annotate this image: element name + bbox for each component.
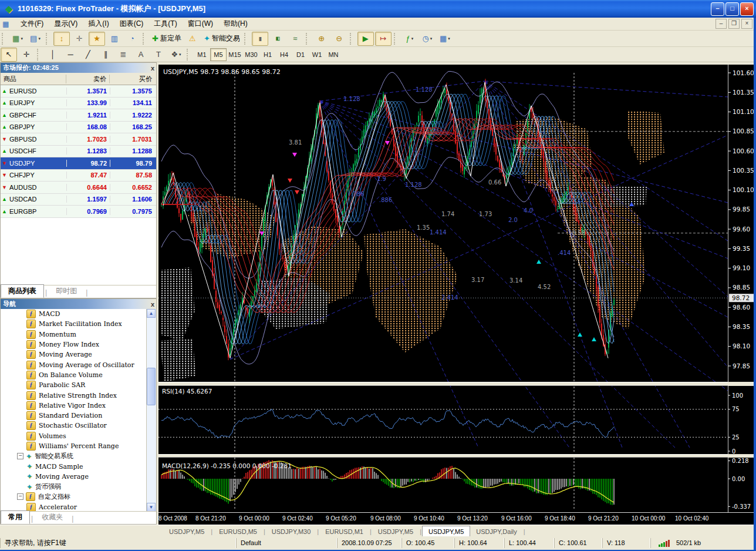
mdi-close-button[interactable]: × [741,19,752,29]
auto-scroll-button[interactable]: ▶ [357,32,374,46]
text-button[interactable]: A [133,48,149,62]
navigator-item-1[interactable]: ƒMarket Facilitation Index [1,319,147,329]
menu-item-3[interactable]: 图表(C) [114,17,149,31]
navigator-item-17[interactable]: ✦货币强弱 [1,482,147,492]
fibonacci-button[interactable]: ≣ [115,48,131,62]
chart-candles-button[interactable]: ▮▯ [269,32,286,46]
chart-window[interactable]: 3.811.1281.1281.91.128.786.8861.741.351.… [158,65,756,512]
timeframe-m15-button[interactable]: M15 [227,48,243,61]
equidistant-channel-button[interactable]: ∥ [97,48,114,62]
market-watch-row-eurjpy[interactable]: ▲EURJPY133.99134.11 [1,98,156,110]
indicators-button[interactable]: ƒ▾ [401,32,418,46]
expert-advisors-button[interactable]: ✦智能交易 [202,32,242,46]
navigator-item-18[interactable]: −ƒ自定义指标 [1,492,147,502]
chart-bars-button[interactable]: ||| [252,32,268,46]
chart-tab-5[interactable]: USDJPY,M5 [422,526,470,536]
market-watch-row-usdcad[interactable]: ▲USDCAD1.15971.1606 [1,194,156,206]
timeframe-m30-button[interactable]: M30 [243,48,259,61]
column-header-1[interactable]: 卖价 [66,75,110,83]
menu-item-2[interactable]: 插入(I) [83,17,114,31]
timeframe-d1-button[interactable]: D1 [292,48,309,61]
chart-tab-1[interactable]: EURUSD,M5 [213,526,263,536]
navigator-close-icon[interactable]: x [151,300,154,309]
templates-button[interactable]: ▦▾ [437,32,453,46]
mdi-minimize-button[interactable]: – [716,19,727,29]
navigator-item-5[interactable]: ƒMoving Average of Oscillator [1,360,147,369]
chart-tab-0[interactable]: USDJPY,M5 [163,526,210,536]
market-watch-row-usdchf[interactable]: ▲USDCHF1.12831.1288 [1,146,156,158]
minimize-button[interactable]: – [711,2,724,16]
zoom-in-button[interactable]: ⊕ [313,32,330,46]
navigator-item-14[interactable]: −✦智能交易系统 [1,451,147,461]
chart-tab-4[interactable]: USDJPY,M5 [372,526,419,536]
timeframe-m1-button[interactable]: M1 [194,48,210,61]
new-chart-button[interactable]: ▦▾ [9,32,26,46]
alert-button[interactable]: ⚠ [184,32,201,46]
crosshair-button[interactable]: ✛ [18,48,35,62]
timeframe-h4-button[interactable]: H4 [276,48,292,61]
chart-tab-3[interactable]: EURUSD,M1 [319,526,369,536]
navigator-item-13[interactable]: ƒWilliams' Percent Range [1,441,147,451]
main-chart[interactable]: 3.811.1281.1281.91.128.786.8861.741.351.… [158,65,728,514]
navigator-header[interactable]: 导航 x [1,299,156,309]
text-label-button[interactable]: T [150,48,167,62]
navigator-item-10[interactable]: ƒStandard Deviation [1,411,147,421]
navigator-item-0[interactable]: ƒMACD [1,309,147,319]
navigator-item-9[interactable]: ƒRelative Vigor Index [1,401,147,411]
arrow-objects-button[interactable]: ❖▾ [168,48,184,62]
menu-item-5[interactable]: 窗口(W) [183,17,218,31]
chart-tab-2[interactable]: USDJPY,M30 [266,526,316,536]
market-watch-row-chfjpy[interactable]: ▼CHFJPY87.4787.58 [1,170,156,182]
cursor-button[interactable]: ↖ [1,48,17,62]
market-watch-row-gbpchf[interactable]: ▲GBPCHF1.92111.9222 [1,109,156,122]
periods-button[interactable]: ◷▾ [419,32,436,46]
navigator-item-7[interactable]: ƒParabolic SAR [1,380,147,390]
market-watch-row-audusd[interactable]: ▼AUDUSD0.66440.6652 [1,182,156,194]
chart-system-icon[interactable]: ▦ [2,20,12,28]
market-watch-row-eurusd[interactable]: ▲EURUSD1.35711.3575 [1,85,156,98]
navigator-item-4[interactable]: ƒMoving Average [1,350,147,360]
trend-line-button[interactable]: ╱ [80,48,96,62]
scroll-down-icon[interactable]: ▼ [147,503,156,512]
chart-line-button[interactable]: ≈ [287,32,303,46]
vertical-line-button[interactable]: │ [45,48,61,62]
menu-item-0[interactable]: 文件(F) [15,17,49,31]
column-header-2[interactable]: 买价 [110,75,155,83]
navigator-item-16[interactable]: ✦Moving Average [1,472,147,482]
market-watch-row-usdjpy[interactable]: ▼USDJPY98.7298.79 [1,157,156,170]
timeframe-m5-button[interactable]: M5 [210,48,227,61]
terminal-button[interactable]: ▥ [106,32,123,46]
timeframe-h1-button[interactable]: H1 [259,48,276,61]
chart-tab-6[interactable]: USDJPY,Daily [470,526,523,536]
navigator-scrollbar[interactable]: ▲ ▼ [146,309,156,512]
navigator-tab-1[interactable]: 收藏夹 [34,510,70,524]
navigator-item-15[interactable]: ✦MACD Sample [1,461,147,471]
market-watch-tab-0[interactable]: 商品列表 [1,284,44,298]
navigator-tab-0[interactable]: 常用 [1,510,30,524]
chart-shift-button[interactable]: ↦ [375,32,392,46]
navigator-item-11[interactable]: ƒStochastic Oscillator [1,421,147,431]
menu-item-1[interactable]: 显示(V) [49,17,83,31]
data-window-button[interactable]: ✛ [71,32,87,46]
navigator-item-3[interactable]: ƒMoney Flow Index [1,340,147,350]
column-header-0[interactable]: 商品 [1,75,66,83]
navigator-item-8[interactable]: ƒRelative Strength Index [1,390,147,400]
mdi-restore-button[interactable]: ❐ [728,19,740,29]
market-watch-close-icon[interactable]: x [151,63,154,73]
market-watch-row-gbpjpy[interactable]: ▲GBPJPY168.08168.25 [1,122,156,134]
timeframe-mn-button[interactable]: MN [325,48,342,61]
zoom-out-button[interactable]: ⊖ [331,32,347,46]
market-watch-toggle-button[interactable]: ↕ [53,32,70,46]
timeframe-w1-button[interactable]: W1 [309,48,325,61]
tree-collapse-icon[interactable]: − [17,453,23,459]
scroll-up-icon[interactable]: ▲ [147,309,156,318]
navigator-item-12[interactable]: ƒVolumes [1,431,147,441]
close-button[interactable]: × [740,2,754,16]
navigator-item-6[interactable]: ƒOn Balance Volume [1,370,147,380]
navigator-item-2[interactable]: ƒMomentum [1,330,147,340]
menu-item-6[interactable]: 帮助(H) [218,17,253,31]
chart-profiles-button[interactable]: ▤▾ [27,32,43,46]
scrollbar-thumb[interactable] [147,368,156,405]
tree-collapse-icon[interactable]: − [17,493,23,500]
market-watch-row-gbpusd[interactable]: ▼GBPUSD1.70231.7031 [1,133,156,146]
